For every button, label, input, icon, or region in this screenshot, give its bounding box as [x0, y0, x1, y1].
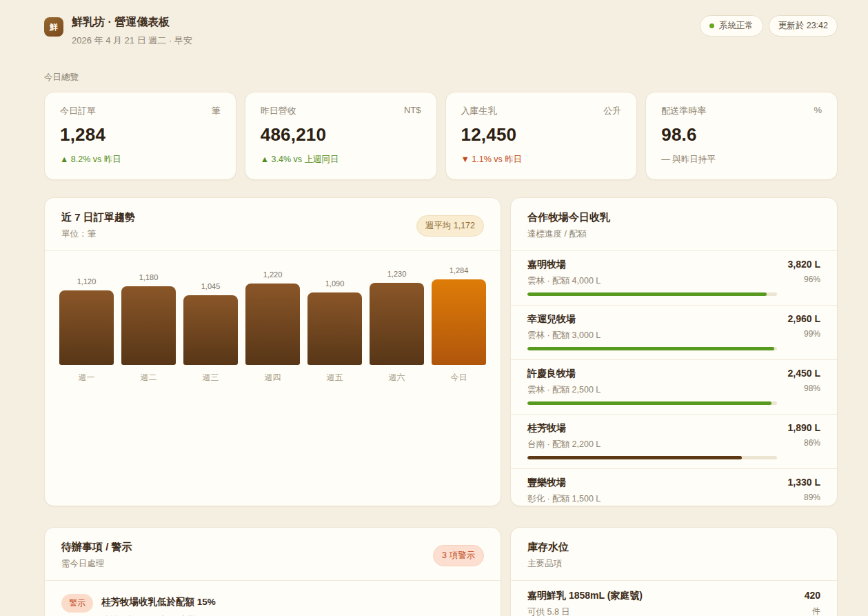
farm-meta: 雲林 · 配額 4,000 L: [527, 275, 777, 287]
header: 鮮 鮮乳坊 · 營運儀表板 2026 年 4 月 21 日 週二 · 早安 系統…: [44, 15, 838, 47]
bar-column: 1,230 週六: [370, 270, 424, 384]
main-row: 近 7 日訂單趨勢 單位：筆 週平均 1,172 1,120 週一 1,180 …: [44, 197, 838, 506]
inventory-title: 庫存水位: [527, 541, 569, 554]
kpi-value: 1,284: [60, 124, 221, 146]
farm-progress-fill: [527, 401, 771, 405]
brand-logo-icon: 鮮: [44, 17, 63, 37]
bar-value-label: 1,220: [263, 270, 283, 279]
status-dot-icon: [709, 23, 714, 28]
inventory-row: 嘉明鮮乳 1858mL (家庭號) 可供 5.8 日 420 件: [511, 581, 837, 616]
alerts-card: 待辦事項 / 警示 需今日處理 3 項警示 警示 桂芳牧場收乳低於配額 15% …: [44, 527, 501, 616]
farm-progress-fill: [527, 347, 774, 350]
kpi-delta: ▲ 8.2% vs 昨日: [60, 154, 221, 166]
bar: [121, 286, 176, 365]
bar-day-label: 週六: [389, 372, 405, 384]
farm-name: 桂芳牧場: [527, 422, 777, 435]
bar-column: 1,090 週五: [307, 279, 362, 384]
alerts-title: 待辦事項 / 警示: [61, 541, 132, 554]
kpi-value: 486,210: [261, 124, 421, 146]
farms-title: 合作牧場今日收乳: [527, 211, 610, 224]
system-status-label: 系統正常: [719, 20, 754, 32]
bar-value-label: 1,045: [201, 282, 221, 290]
bar-column: 1,120 週一: [59, 277, 114, 384]
alert-text: 桂芳牧場收乳低於配額 15% 建議聯繫場長確認乳牛狀況: [101, 593, 216, 616]
bottom-row: 待辦事項 / 警示 需今日處理 3 項警示 警示 桂芳牧場收乳低於配額 15% …: [44, 527, 838, 616]
kpi-card-orders: 今日訂單 筆 1,284 ▲ 8.2% vs 昨日: [44, 92, 236, 180]
bar-value-label: 1,180: [139, 273, 159, 281]
page-subtitle-date: 2026 年 4 月 21 日 週二 · 早安: [72, 34, 192, 47]
bar: [245, 284, 300, 365]
bar-day-label: 週三: [203, 372, 219, 384]
inventory-card: 庫存水位 主要品項 嘉明鮮乳 1858mL (家庭號) 可供 5.8 日 420…: [510, 527, 838, 616]
farm-meta: 彰化 · 配額 1,500 L: [527, 493, 777, 505]
farm-percent: 96%: [788, 275, 820, 284]
inventory-item-meta: 可供 5.8 日: [527, 606, 794, 616]
inventory-item-name: 嘉明鮮乳 1858mL (家庭號): [527, 590, 794, 602]
inventory-amount: 420: [805, 590, 820, 601]
updated-time-badge: 更新於 23:42: [769, 15, 838, 37]
farm-name: 幸運兒牧場: [527, 313, 777, 326]
kpi-value: 12,450: [461, 124, 622, 146]
bar-day-label: 今日: [451, 372, 467, 384]
farm-row: 桂芳牧場 台南 · 配額 2,200 L 1,890 L 86%: [511, 415, 837, 469]
bar-today: [432, 279, 486, 365]
farm-row: 幸運兒牧場 雲林 · 配額 3,000 L 2,960 L 99%: [511, 306, 837, 360]
orders-trend-title: 近 7 日訂單趨勢: [61, 211, 135, 224]
kpi-card-revenue: 昨日營收 NT$ 486,210 ▲ 3.4% vs 上週同日: [245, 92, 437, 180]
page-title: 鮮乳坊 · 營運儀表板: [72, 15, 192, 30]
farm-amount: 3,820 L: [788, 259, 820, 270]
bar: [307, 292, 362, 365]
farm-row: 嘉明牧場 雲林 · 配額 4,000 L 3,820 L 96%: [511, 251, 837, 306]
farm-row: 許慶良牧場 雲林 · 配額 2,500 L 2,450 L 98%: [511, 360, 837, 415]
farm-name: 豐樂牧場: [527, 477, 777, 489]
kpi-label: 入庫生乳: [461, 105, 497, 117]
kpi-unit: 公升: [603, 105, 621, 117]
inventory-unit: 件: [805, 606, 820, 616]
orders-trend-card: 近 7 日訂單趨勢 單位：筆 週平均 1,172 1,120 週一 1,180 …: [44, 197, 501, 506]
kpi-label: 配送準時率: [661, 105, 706, 117]
alerts-subtitle: 需今日處理: [61, 558, 132, 570]
kpi-card-ontime-rate: 配送準時率 % 98.6 — 與昨日持平: [645, 92, 838, 180]
bar-value-label: 1,284: [450, 266, 469, 275]
bar: [183, 295, 238, 365]
farm-row: 豐樂牧場 彰化 · 配額 1,500 L 1,330 L 89%: [511, 469, 837, 506]
alert-count-badge: 3 項警示: [433, 545, 484, 566]
farm-progress-fill: [527, 456, 742, 459]
farm-meta: 台南 · 配額 2,200 L: [527, 439, 777, 450]
bar: [370, 283, 424, 365]
farms-list: 嘉明牧場 雲林 · 配額 4,000 L 3,820 L 96% 幸運兒牧場 雲…: [511, 251, 837, 506]
kpi-unit: NT$: [404, 105, 421, 117]
farm-progress-track: [527, 401, 777, 405]
kpi-unit: %: [814, 105, 822, 117]
farms-card: 合作牧場今日收乳 達標進度 / 配額 嘉明牧場 雲林 · 配額 4,000 L …: [510, 197, 838, 506]
kpi-card-raw-milk: 入庫生乳 公升 12,450 ▼ 1.1% vs 昨日: [445, 92, 638, 180]
inventory-list: 嘉明鮮乳 1858mL (家庭號) 可供 5.8 日 420 件: [511, 581, 837, 616]
farm-amount: 2,450 L: [788, 368, 820, 379]
farm-progress-track: [527, 347, 777, 350]
kpi-delta: ▲ 3.4% vs 上週同日: [261, 154, 421, 166]
bar-day-label: 週一: [79, 372, 95, 384]
alert-row: 警示 桂芳牧場收乳低於配額 15% 建議聯繫場長確認乳牛狀況: [45, 581, 501, 616]
bar-column: 1,045 週三: [183, 282, 238, 384]
farm-percent: 89%: [788, 493, 820, 502]
farm-percent: 98%: [788, 384, 820, 393]
section-label-today-overview: 今日總覽: [44, 72, 838, 83]
orders-trend-header-text: 近 7 日訂單趨勢 單位：筆: [61, 211, 135, 240]
updated-time-label: 更新於 23:42: [778, 20, 828, 32]
farms-header-text: 合作牧場今日收乳 達標進度 / 配額: [527, 211, 610, 240]
kpi-grid: 今日訂單 筆 1,284 ▲ 8.2% vs 昨日 昨日營收 NT$ 486,2…: [44, 92, 838, 180]
header-badges: 系統正常 更新於 23:42: [700, 15, 838, 37]
alert-tag-badge: 警示: [61, 594, 93, 613]
farms-subtitle: 達標進度 / 配額: [527, 228, 610, 240]
kpi-delta: ▼ 1.1% vs 昨日: [461, 154, 622, 166]
farm-progress-track: [527, 456, 777, 459]
farm-progress-track: [527, 292, 777, 296]
farm-progress-fill: [527, 292, 767, 296]
alert-title: 桂芳牧場收乳低於配額 15%: [101, 593, 216, 608]
farm-meta: 雲林 · 配額 2,500 L: [527, 384, 777, 396]
bar-column: 1,180 週二: [121, 273, 176, 384]
farm-amount: 1,330 L: [788, 477, 820, 488]
farm-amount: 1,890 L: [788, 422, 820, 433]
farm-name: 嘉明牧場: [527, 259, 777, 271]
bar-day-label: 週四: [265, 372, 281, 384]
